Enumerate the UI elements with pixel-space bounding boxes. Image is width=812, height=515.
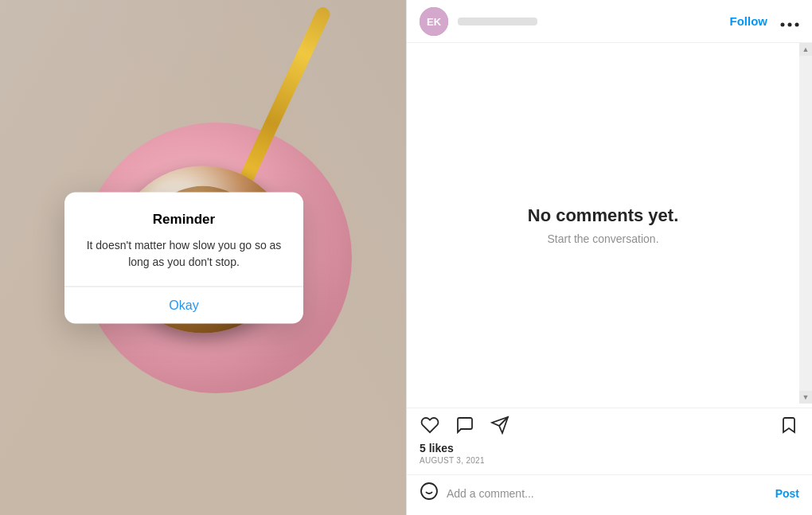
- avatar: EK: [420, 7, 448, 36]
- username-bar: [458, 18, 537, 25]
- emoji-button[interactable]: [420, 482, 439, 505]
- okay-button[interactable]: Okay: [80, 287, 287, 323]
- dialog-title: Reminder: [80, 211, 287, 227]
- share-button[interactable]: [490, 415, 510, 435]
- reminder-dialog: Reminder It doesn't matter how slow you …: [64, 192, 303, 323]
- action-icons-left: [420, 415, 510, 435]
- svg-text:EK: EK: [427, 16, 442, 28]
- scroll-track[interactable]: ▲ ▼: [799, 43, 812, 404]
- more-options-button[interactable]: [780, 14, 799, 29]
- svg-point-7: [421, 483, 437, 499]
- username-area: [458, 18, 730, 25]
- follow-button[interactable]: Follow: [730, 14, 768, 28]
- scroll-down-arrow[interactable]: ▼: [799, 391, 812, 404]
- comment-input[interactable]: [447, 487, 775, 500]
- actions-bar: 5 likes AUGUST 3, 2021: [407, 408, 812, 474]
- post-comment-button[interactable]: Post: [775, 487, 799, 500]
- scroll-up-arrow[interactable]: ▲: [799, 43, 812, 56]
- comment-input-area: Post: [407, 474, 812, 515]
- svg-point-3: [788, 22, 792, 26]
- dialog-message: It doesn't matter how slow you go so as …: [80, 236, 287, 270]
- likes-count: 5 likes: [420, 442, 799, 455]
- post-date: AUGUST 3, 2021: [420, 456, 799, 465]
- left-panel: Reminder It doesn't matter how slow you …: [0, 0, 406, 515]
- svg-point-4: [795, 22, 799, 26]
- comments-area: No comments yet. Start the conversation.: [407, 43, 812, 408]
- post-header: EK Follow: [407, 0, 812, 43]
- no-comments-subtitle: Start the conversation.: [547, 232, 658, 245]
- like-button[interactable]: [420, 415, 440, 435]
- svg-point-2: [781, 22, 785, 26]
- bookmark-button[interactable]: [779, 415, 799, 435]
- no-comments-title: No comments yet.: [528, 205, 679, 226]
- comment-button[interactable]: [455, 415, 475, 435]
- action-icons-row: [420, 415, 799, 435]
- right-panel: EK Follow ▲ ▼ No comments yet. Start the…: [406, 0, 812, 515]
